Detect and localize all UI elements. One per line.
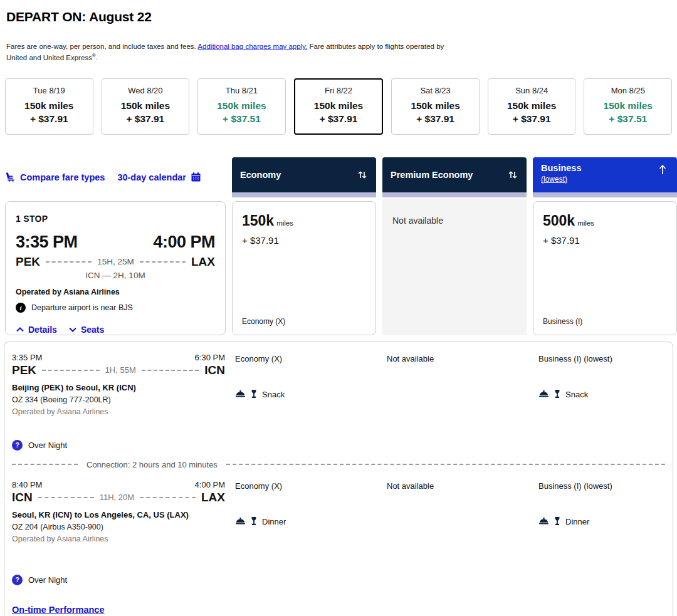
sort-both-icon — [507, 169, 518, 180]
compare-fare-types-link[interactable]: Compare fare types — [5, 172, 105, 182]
segment-origin: ICN — [12, 491, 33, 504]
date-label: Sun 8/24 — [488, 86, 575, 95]
economy-cabin-label: Economy (X) — [235, 480, 387, 491]
date-fee: + $37.91 — [488, 113, 575, 126]
business-column-header-wrap: Business (lowest) — [533, 157, 677, 197]
compare-fare-types-label: Compare fare types — [20, 172, 105, 182]
flight-details-panel: 3:35 PM 6:30 PM PEK 1H, 55M ICN Beijing … — [4, 342, 673, 616]
meal-label: Dinner — [262, 517, 286, 526]
economy-fare-card[interactable]: 150kmiles + $37.91 Economy (X) — [232, 201, 376, 335]
route-dash — [142, 370, 199, 371]
premium-economy-header-label: Premium Economy — [391, 170, 473, 180]
date-fee: + $37.91 — [6, 113, 93, 126]
premium-economy-column-header[interactable]: Premium Economy — [382, 157, 527, 192]
business-cabin-label: Business (I) (lowest) — [538, 353, 665, 363]
details-label: Details — [28, 325, 57, 335]
date-miles: 150k miles — [6, 100, 93, 113]
date-label: Wed 8/20 — [102, 86, 189, 95]
connection-divider: Connection: 2 hours and 10 minutes — [4, 460, 673, 469]
bag-charges-link[interactable]: Additional bag charges may apply. — [197, 43, 307, 50]
date-tab-sun-8-24[interactable]: Sun 8/24 150k miles + $37.91 — [488, 78, 576, 135]
segment-route-line: ICN 11H, 20M LAX — [12, 491, 225, 504]
wine-glass-icon — [554, 517, 560, 526]
overnight-label: Over Night — [28, 441, 67, 450]
question-icon[interactable]: ? — [12, 575, 23, 585]
economy-miles-unit: miles — [276, 219, 293, 227]
earnings-row: On-time Performance MileagePlus earnings… — [4, 604, 673, 616]
date-tab-fri-8-22-selected[interactable]: Fri 8/22 150k miles + $37.91 — [294, 78, 384, 135]
date-label: Tue 8/19 — [6, 86, 93, 95]
sort-both-icon — [357, 169, 368, 180]
times-row: 3:35 PM 4:00 PM — [16, 232, 215, 252]
chevron-down-icon — [68, 326, 77, 333]
business-fare-card[interactable]: 500kmiles + $37.91 Business (I) — [533, 201, 677, 335]
date-tab-wed-8-20[interactable]: Wed 8/20 150k miles + $37.91 — [102, 78, 190, 135]
business-fee: + $37.91 — [543, 235, 667, 246]
details-toggle[interactable]: Details — [16, 325, 57, 335]
page-title: DEPART ON: August 22 — [6, 9, 673, 24]
on-time-performance-link[interactable]: On-time Performance — [12, 605, 104, 615]
segment-times: 8:40 PM 4:00 PM — [12, 480, 225, 489]
premium-economy-status: Not available — [392, 216, 443, 226]
meal-cloche-icon — [538, 517, 549, 526]
segment-route-line: PEK 1H, 55M ICN — [12, 363, 225, 377]
destination-code: LAX — [191, 255, 215, 269]
date-miles: 150k miles — [488, 100, 575, 113]
toolbar: Compare fare types 30-day calendar — [5, 157, 226, 197]
info-icon[interactable]: i — [16, 303, 26, 313]
depart-time: 3:35 PM — [16, 232, 78, 252]
premium-economy-unavailable: Not available — [382, 199, 527, 335]
business-header-sublabel[interactable]: (lowest) — [541, 175, 581, 184]
question-icon[interactable]: ? — [12, 440, 23, 451]
airport-note-row: i Departure airport is near BJS — [16, 303, 215, 313]
economy-fee: + $37.91 — [242, 235, 366, 246]
chevron-up-icon — [16, 326, 24, 333]
date-fee: + $37.51 — [198, 113, 285, 126]
segment-city-pair: Beijing (PEK) to Seoul, KR (ICN) — [12, 383, 235, 392]
segment-2-info: 8:40 PM 4:00 PM ICN 11H, 20M LAX Seoul, … — [12, 480, 235, 585]
meal-label: Snack — [262, 390, 285, 399]
premium-economy-column-header-wrap: Premium Economy — [382, 157, 527, 197]
arrive-time: 4:00 PM — [153, 232, 215, 252]
route-dash — [46, 261, 92, 263]
economy-cabin-tag: Economy (X) — [242, 317, 285, 326]
business-cabin-label: Business (I) (lowest) — [538, 480, 665, 491]
segment-duration: 11H, 20M — [100, 493, 134, 502]
operated-by: Operated by Asiana Airlines — [16, 288, 215, 296]
business-column-header[interactable]: Business (lowest) — [533, 157, 677, 192]
segment-arrive-time: 4:00 PM — [195, 480, 225, 489]
economy-cabin-label: Economy (X) — [235, 353, 387, 363]
segment-city-pair: Seoul, KR (ICN) to Los Angeles, CA, US (… — [12, 510, 235, 519]
economy-meal: Snack — [235, 390, 387, 399]
business-miles-unit: miles — [577, 219, 594, 227]
economy-header-label: Economy — [240, 170, 281, 180]
segment-depart-time: 8:40 PM — [12, 480, 42, 489]
segment-destination: LAX — [201, 491, 225, 504]
segment-operated-by: Operated by Asiana Airlines — [12, 407, 235, 416]
seats-toggle[interactable]: Seats — [68, 325, 104, 335]
route-dash — [140, 497, 196, 498]
connection-note: Connection: 2 hours and 10 minutes — [87, 460, 218, 469]
segment-1-business-cell: Business (I) (lowest) Snack — [538, 353, 665, 451]
business-header-label: Business — [541, 163, 581, 173]
disclaimer-period: . — [96, 54, 98, 61]
date-tab-sat-8-23[interactable]: Sat 8/23 150k miles + $37.91 — [391, 78, 480, 135]
business-miles-line: 500kmiles — [543, 212, 667, 229]
date-tab-thu-8-21[interactable]: Thu 8/21 150k miles + $37.51 — [197, 78, 286, 135]
meal-label: Snack — [565, 390, 588, 399]
segment-operated-by: Operated by Asiana Airlines — [12, 535, 235, 543]
date-strip: Tue 8/19 150k miles + $37.91 Wed 8/20 15… — [5, 78, 672, 135]
flight-summary-card: 1 STOP 3:35 PM 4:00 PM PEK 15H, 25M LAX … — [5, 201, 226, 335]
date-miles: 150k miles — [198, 100, 285, 113]
economy-column-header[interactable]: Economy — [232, 157, 376, 192]
calendar-link[interactable]: 30-day calendar — [117, 172, 201, 182]
date-tab-mon-8-25[interactable]: Mon 8/25 150k miles + $37.51 — [584, 78, 672, 135]
segment-flight-number: OZ 204 (Airbus A350-900) — [12, 523, 235, 531]
segment-destination: ICN — [204, 363, 225, 377]
date-tab-tue-8-19[interactable]: Tue 8/19 150k miles + $37.91 — [5, 78, 93, 135]
wine-glass-icon — [554, 390, 560, 399]
overnight-note: ? Over Night — [12, 575, 235, 585]
premium-unavailable-label: Not available — [387, 353, 538, 363]
meal-cloche-icon — [538, 390, 549, 399]
connection-dash — [226, 464, 665, 465]
